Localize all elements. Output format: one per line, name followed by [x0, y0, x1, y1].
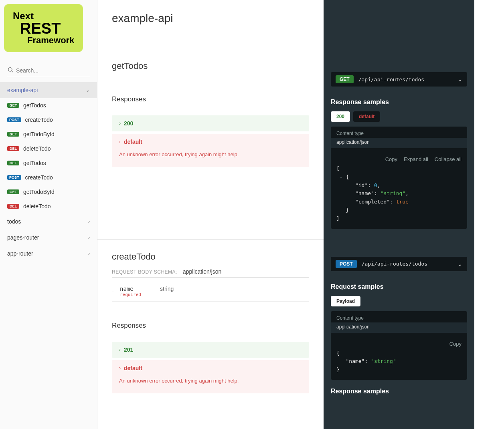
method-badge-del: DEL — [7, 204, 19, 209]
sidebar-item-createtodo[interactable]: POST createTodo — [0, 113, 97, 127]
chevron-right-icon: › — [119, 121, 121, 126]
method-badge-get: GET — [7, 132, 19, 137]
logo: Next REST Framework — [0, 0, 97, 56]
response-default[interactable]: › default An unknown error occurred, try… — [112, 360, 309, 393]
logo-line3: Framework — [27, 36, 74, 45]
sidebar-item-label: getTodos — [23, 160, 46, 166]
response-samples-heading: Response samples — [331, 388, 467, 395]
request-schema-label: REQUEST BODY SCHEMA: — [112, 269, 177, 275]
sidebar-item-label: app-router — [7, 250, 33, 257]
sidebar-item-createtodo[interactable]: POST createTodo — [0, 170, 97, 185]
endpoint-path: /api/api-routes/todos — [358, 77, 457, 83]
sidebar-item-gettodobyid[interactable]: GET getTodoById — [0, 127, 97, 141]
sidebar-item-label: createTodo — [25, 174, 53, 181]
svg-point-0 — [8, 68, 12, 71]
collapse-all-button[interactable]: Collapse all — [435, 156, 461, 162]
endpoint-box[interactable]: GET /api/api-routes/todos ⌄ — [331, 72, 467, 87]
content-type-label: Content type — [336, 315, 461, 321]
chevron-right-icon: › — [88, 219, 90, 224]
response-201[interactable]: › 201 — [112, 342, 309, 358]
response-code: default — [124, 365, 142, 371]
endpoint-box[interactable]: POST /api/api-routes/todos ⌄ — [331, 257, 467, 271]
schema-field-row: ⊟ name required string — [112, 282, 309, 302]
sidebar-item-label: getTodos — [23, 102, 46, 109]
sidebar-item-label: deleteTodo — [23, 145, 51, 152]
sidebar-item-deletetodo[interactable]: DEL deleteTodo — [0, 141, 97, 156]
copy-button[interactable]: Copy — [449, 341, 461, 347]
sidebar-item-gettodobyid[interactable]: GET getTodoById — [0, 185, 97, 199]
json-sample: [ - { "id": 0, "name": "string", "comple… — [331, 165, 467, 223]
sidebar-group-label: example-api — [7, 87, 38, 93]
response-default[interactable]: › default An unknown error occurred, try… — [112, 134, 309, 167]
search-box[interactable] — [7, 64, 90, 77]
json-sample: { "name": "string" } — [331, 349, 467, 374]
response-description: An unknown error occurred, trying again … — [119, 149, 246, 162]
responses-heading: Responses — [112, 322, 309, 330]
code-sample-box: Content type application/json Copy Expan… — [331, 127, 467, 229]
field-name: name — [120, 286, 160, 292]
response-samples-heading: Response samples — [331, 99, 467, 106]
content-type-label: Content type — [336, 131, 461, 136]
logo-line2: REST — [20, 21, 74, 36]
content-type-value: application/json — [331, 322, 467, 333]
search-input[interactable] — [16, 67, 90, 74]
sidebar-item-deletetodo[interactable]: DEL deleteTodo — [0, 199, 97, 213]
sidebar-item-gettodos[interactable]: GET getTodos — [0, 98, 97, 113]
method-badge-post: POST — [7, 117, 21, 122]
operation-title: getTodos — [112, 61, 309, 71]
sidebar-item-label: todos — [7, 218, 21, 225]
chevron-right-icon: › — [88, 251, 90, 256]
response-code: default — [124, 139, 142, 145]
sidebar-item-todos[interactable]: todos › — [0, 213, 97, 230]
tab-default[interactable]: default — [353, 111, 380, 122]
request-samples-heading: Request samples — [331, 283, 467, 290]
response-code: 200 — [124, 120, 133, 127]
endpoint-method-badge: POST — [336, 260, 357, 268]
response-description: An unknown error occurred, trying again … — [119, 375, 246, 389]
response-tabs: 200 default — [331, 111, 467, 122]
chevron-down-icon: ⌄ — [457, 76, 462, 83]
method-badge-get: GET — [7, 161, 19, 165]
expand-all-button[interactable]: Expand all — [404, 156, 428, 162]
responses-heading: Responses — [112, 95, 309, 103]
sidebar-item-pages-router[interactable]: pages-router › — [0, 230, 97, 246]
chevron-right-icon: › — [119, 365, 121, 371]
sidebar-item-label: deleteTodo — [23, 203, 51, 209]
chevron-right-icon: › — [119, 139, 121, 145]
copy-button[interactable]: Copy — [385, 156, 397, 162]
svg-line-1 — [12, 71, 13, 72]
sidebar-item-label: getTodoById — [23, 189, 55, 195]
sidebar-item-label: createTodo — [25, 117, 53, 123]
method-badge-get: GET — [7, 189, 19, 194]
sidebar-group-example-api[interactable]: example-api ⌄ — [0, 82, 97, 98]
content-column: example-api getTodos Responses › 200 › d… — [97, 0, 324, 429]
endpoint-path: /api/api-routes/todos — [362, 261, 457, 267]
logo-line1: Next — [13, 11, 74, 21]
endpoint-method-badge: GET — [336, 75, 354, 83]
operation-title: createTodo — [112, 252, 309, 262]
required-label: required — [120, 292, 160, 297]
chevron-right-icon: › — [119, 347, 121, 352]
method-badge-get: GET — [7, 103, 19, 108]
sidebar-item-gettodos[interactable]: GET getTodos — [0, 156, 97, 170]
chevron-right-icon: › — [88, 235, 90, 240]
sidebar-item-app-router[interactable]: app-router › — [0, 246, 97, 262]
page-title: example-api — [112, 12, 309, 25]
section-divider — [97, 239, 324, 240]
response-200[interactable]: › 200 — [112, 115, 309, 131]
response-code: 201 — [124, 346, 133, 353]
tab-payload[interactable]: Payload — [331, 296, 360, 306]
method-badge-del: DEL — [7, 146, 19, 151]
sidebar-item-label: pages-router — [7, 234, 39, 241]
request-tabs: Payload — [331, 296, 467, 306]
sidebar: Next REST Framework example-api ⌄ GET ge… — [0, 0, 97, 429]
samples-panel: GET /api/api-routes/todos ⌄ Response sam… — [324, 0, 474, 429]
tree-connector-icon: ⊟ — [112, 290, 114, 294]
search-icon — [7, 66, 14, 75]
field-type: string — [160, 286, 174, 297]
code-sample-box: Content type application/json Copy { "na… — [331, 311, 467, 380]
collapse-toggle[interactable]: - — [340, 174, 343, 180]
tab-200[interactable]: 200 — [331, 111, 350, 122]
chevron-down-icon: ⌄ — [457, 261, 462, 267]
request-content-type: application/json — [183, 268, 222, 275]
